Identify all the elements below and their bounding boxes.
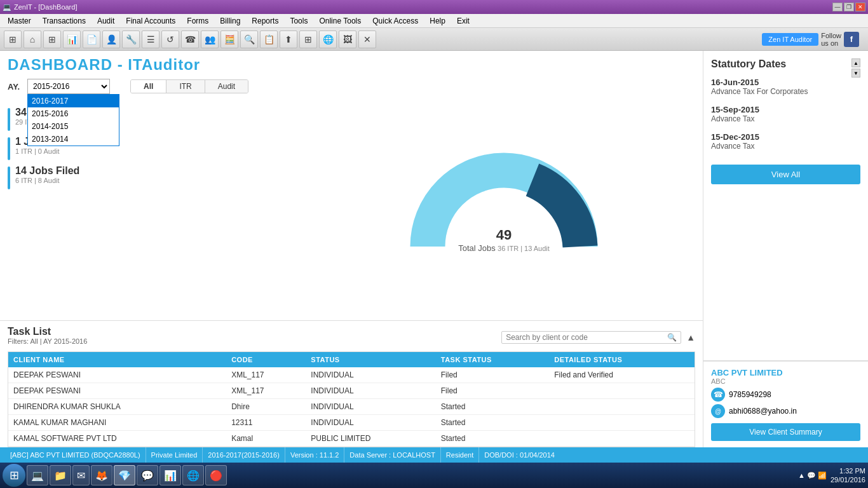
menu-help[interactable]: Help [424,15,451,27]
tab-audit[interactable]: Audit [205,80,248,93]
taskbar-icon-zenit: 💎 [118,470,131,482]
ay-option-2014-2015[interactable]: 2014-2015 [28,120,119,133]
toolbar-icon-wrench[interactable]: 🔧 [122,30,140,48]
tray-icons: ▲ 💬 📶 [798,471,827,480]
phone-icon: ☎ [711,388,725,402]
ay-dropdown[interactable]: 2016-2017 2015-2016 2014-2015 2013-2014 [27,94,119,146]
task-table-wrapper[interactable]: CLIENT NAME CODE STATUS TASK STATUS DETA… [8,351,695,447]
toolbar-icon-user2[interactable]: 👥 [201,30,219,48]
table-row[interactable]: DHIRENDRA KUMAR SHUKLA Dhire INDIVIDUAL … [8,399,695,415]
taskbar-btn-1[interactable]: 💻 [27,465,48,485]
toolbar-icon-calc[interactable]: 🧮 [220,30,238,48]
taskbar-icon-1: 💻 [31,470,44,482]
table-row[interactable]: KAMAL KUMAR MAGHANI 12311 INDIVIDUAL Sta… [8,415,695,431]
toolbar-icon-home[interactable]: ⌂ [24,30,41,48]
toolbar-icon-search[interactable]: 🔍 [240,30,258,48]
title-bar-controls[interactable]: — ❐ ✕ [832,3,865,11]
email-icon: @ [711,404,725,418]
gauge-container: 49 Total Jobs 36 ITR | 13 Audit [409,145,599,259]
toolbar-icon-grid[interactable]: ⊞ [43,30,61,48]
stat-sub-filed: 6 ITR | 8 Audit [15,177,79,184]
toolbar-icon-doc[interactable]: 📄 [83,30,100,48]
toolbar-icon-close[interactable]: ✕ [358,30,376,48]
taskbar-btn-3[interactable]: ✉ [72,465,90,485]
menu-final-accounts[interactable]: Final Accounts [121,15,180,27]
menu-master[interactable]: Master [3,15,36,27]
menu-exit[interactable]: Exit [452,15,475,27]
zen-it-auditor-button[interactable]: Zen IT Auditor [762,33,818,46]
taskbar-btn-2[interactable]: 📁 [50,465,71,485]
stat-bar-filed [8,166,10,189]
toolbar-icon-upload[interactable]: ⬆ [280,30,297,48]
toolbar-icon-doc2[interactable]: 📋 [260,30,278,48]
statutory-title: Statutory Dates [711,58,786,70]
taskbar-btn-6[interactable]: 📊 [159,465,181,485]
taskbar-btn-4[interactable]: 🦊 [91,465,112,485]
search-wrapper[interactable]: 🔍 [501,331,681,344]
taskbar-btn-5[interactable]: 💬 [137,465,158,485]
collapse-button[interactable]: ▲ [686,332,695,342]
follow-section: Zen IT Auditor Followus on f [762,32,859,47]
menu-transactions[interactable]: Transactions [37,15,91,27]
toolbar-icon-table[interactable]: ⊞ [299,30,317,48]
status-client: [ABC] ABC PVT LIMITED (BDQCA2880L) [5,447,146,463]
taskbar-icon-5: 💬 [141,470,154,482]
toolbar-icon-chart[interactable]: 📊 [63,30,81,48]
system-clock: 1:32 PM 29/01/2016 [831,466,865,485]
taskbar-btn-7[interactable]: 🌐 [182,465,204,485]
tab-itr[interactable]: ITR [166,80,205,93]
menu-billing[interactable]: Billing [215,15,245,27]
toolbar-icon-phone[interactable]: ☎ [181,30,199,48]
taskbar-btn-8[interactable]: 🔴 [205,465,227,485]
cell-status: INDIVIDUAL [306,415,435,431]
task-title: Task List [8,326,87,337]
menu-tools[interactable]: Tools [285,15,313,27]
ay-select-wrapper[interactable]: 2015-2016 2016-2017 2015-2016 2014-2015 … [27,79,110,94]
tab-all[interactable]: All [131,80,166,93]
view-all-button[interactable]: View All [711,165,860,184]
menu-reports[interactable]: Reports [247,15,283,27]
client-phone: 9785949298 [729,390,771,399]
toolbar-icon-list[interactable]: ☰ [142,30,159,48]
toolbar-icon-image[interactable]: 🖼 [339,30,356,48]
ay-option-2015-2016[interactable]: 2015-2016 [28,107,119,120]
close-button[interactable]: ✕ [855,3,865,11]
menu-forms[interactable]: Forms [182,15,214,27]
toolbar-icon-refresh[interactable]: ↺ [161,30,179,48]
cell-code: XML_117 [226,383,306,399]
restore-button[interactable]: ❐ [844,3,854,11]
toolbar-icon-globe[interactable]: 🌐 [319,30,337,48]
facebook-icon[interactable]: f [844,32,859,47]
stat-bar-started [8,108,10,131]
table-row[interactable]: KAMAL SOFTWARE PVT LTD Kamal PUBLIC LIMI… [8,431,695,447]
content-wrapper: DASHBOARD - ITAuditor AY. 2015-2016 2016… [0,51,868,447]
toolbar-icon-windows[interactable]: ⊞ [4,30,22,48]
table-row[interactable]: DEEPAK PESWANI XML_117 INDIVIDUAL Filed … [8,367,695,383]
cell-status: PUBLIC LIMITED [306,431,435,447]
col-detailed-status: DETAILED STATUS [549,352,695,367]
ay-select[interactable]: 2015-2016 [27,79,110,94]
title-bar-left: 💻 ZenIT - [DashBoard] [3,3,77,11]
follow-text: Followus on [821,32,841,47]
taskbar-icon-8: 🔴 [210,470,222,482]
view-client-summary-button[interactable]: View Client Summary [711,423,860,441]
scroll-up-button[interactable]: ▲ [851,58,860,67]
task-table: CLIENT NAME CODE STATUS TASK STATUS DETA… [8,352,695,447]
table-row[interactable]: DEEPAK PESWANI XML_117 INDIVIDUAL Filed [8,383,695,399]
status-server: Data Server : LOCALHOST [344,447,441,463]
minimize-button[interactable]: — [832,3,843,11]
search-input[interactable] [506,333,665,342]
menu-audit[interactable]: Audit [92,15,119,27]
client-info-area: ABC PVT LIMITED ABC ☎ 9785949298 @ abhi0… [703,360,868,447]
cell-detailed-status: Filed and Verified [549,367,695,383]
toolbar-icon-person[interactable]: 👤 [102,30,120,48]
taskbar-app-zenit[interactable]: 💎 [114,465,135,485]
start-button[interactable]: ⊞ [3,464,25,487]
cell-status: INDIVIDUAL [306,383,435,399]
ay-option-2016-2017[interactable]: 2016-2017 [28,95,119,107]
statutory-date-3: 15-Dec-2015 [711,132,860,142]
menu-online-tools[interactable]: Online Tools [314,15,366,27]
menu-quick-access[interactable]: Quick Access [367,15,423,27]
scroll-down-button[interactable]: ▼ [851,69,860,78]
ay-option-2013-2014[interactable]: 2013-2014 [28,133,119,146]
